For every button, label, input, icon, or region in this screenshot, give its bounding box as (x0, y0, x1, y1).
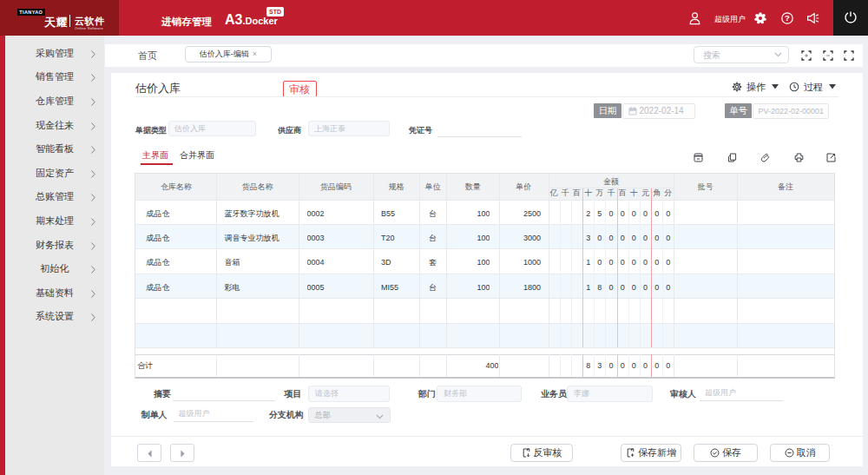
svg-text:?: ? (785, 13, 790, 23)
